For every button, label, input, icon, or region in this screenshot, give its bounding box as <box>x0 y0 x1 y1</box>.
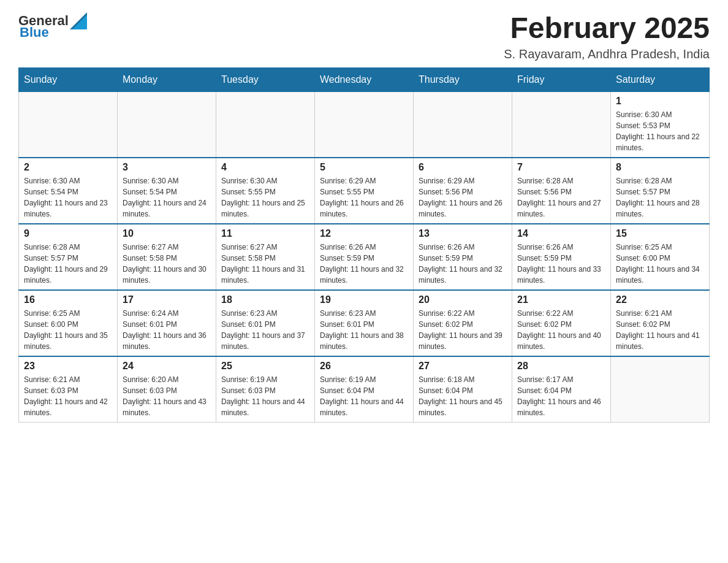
calendar-cell <box>512 91 611 158</box>
day-number: 1 <box>616 96 704 107</box>
day-info: Sunrise: 6:27 AM Sunset: 5:58 PM Dayligh… <box>221 242 309 286</box>
day-info: Sunrise: 6:25 AM Sunset: 6:00 PM Dayligh… <box>616 242 704 286</box>
day-number: 10 <box>123 228 211 239</box>
calendar-cell: 8Sunrise: 6:28 AM Sunset: 5:57 PM Daylig… <box>611 158 710 224</box>
day-number: 27 <box>419 361 507 372</box>
calendar-week-5: 23Sunrise: 6:21 AM Sunset: 6:03 PM Dayli… <box>19 356 710 423</box>
day-info: Sunrise: 6:29 AM Sunset: 5:56 PM Dayligh… <box>419 175 507 220</box>
day-info: Sunrise: 6:19 AM Sunset: 6:03 PM Dayligh… <box>221 374 309 418</box>
day-info: Sunrise: 6:24 AM Sunset: 6:01 PM Dayligh… <box>123 308 211 352</box>
day-info: Sunrise: 6:17 AM Sunset: 6:04 PM Dayligh… <box>517 374 605 418</box>
day-info: Sunrise: 6:22 AM Sunset: 6:02 PM Dayligh… <box>419 308 507 352</box>
day-info: Sunrise: 6:28 AM Sunset: 5:57 PM Dayligh… <box>616 175 704 220</box>
calendar-cell: 22Sunrise: 6:21 AM Sunset: 6:02 PM Dayli… <box>611 290 710 356</box>
calendar-cell: 19Sunrise: 6:23 AM Sunset: 6:01 PM Dayli… <box>315 290 414 356</box>
day-info: Sunrise: 6:30 AM Sunset: 5:53 PM Dayligh… <box>616 109 704 153</box>
day-number: 23 <box>24 361 112 372</box>
calendar-cell: 23Sunrise: 6:21 AM Sunset: 6:03 PM Dayli… <box>19 356 118 423</box>
day-number: 26 <box>320 361 408 372</box>
day-number: 12 <box>320 228 408 239</box>
calendar-cell: 6Sunrise: 6:29 AM Sunset: 5:56 PM Daylig… <box>414 158 512 224</box>
calendar-cell: 16Sunrise: 6:25 AM Sunset: 6:00 PM Dayli… <box>19 290 118 356</box>
calendar-cell <box>19 91 118 158</box>
calendar-cell: 1Sunrise: 6:30 AM Sunset: 5:53 PM Daylig… <box>611 91 710 158</box>
calendar-cell: 27Sunrise: 6:18 AM Sunset: 6:04 PM Dayli… <box>414 356 512 423</box>
day-header-saturday: Saturday <box>611 67 710 91</box>
day-number: 6 <box>419 162 507 173</box>
calendar-cell: 25Sunrise: 6:19 AM Sunset: 6:03 PM Dayli… <box>216 356 315 423</box>
day-number: 2 <box>24 162 112 173</box>
day-number: 15 <box>616 228 704 239</box>
logo-blue-text: Blue <box>20 25 49 40</box>
day-number: 25 <box>221 361 309 372</box>
calendar-cell: 14Sunrise: 6:26 AM Sunset: 5:59 PM Dayli… <box>512 224 611 290</box>
logo-icon <box>70 12 87 29</box>
day-number: 22 <box>616 294 704 305</box>
day-number: 11 <box>221 228 309 239</box>
day-number: 19 <box>320 294 408 305</box>
day-number: 21 <box>517 294 605 305</box>
calendar-cell: 4Sunrise: 6:30 AM Sunset: 5:55 PM Daylig… <box>216 158 315 224</box>
day-info: Sunrise: 6:26 AM Sunset: 5:59 PM Dayligh… <box>517 242 605 286</box>
logo: General Blue <box>18 12 87 40</box>
day-info: Sunrise: 6:29 AM Sunset: 5:55 PM Dayligh… <box>320 175 408 220</box>
calendar-cell: 24Sunrise: 6:20 AM Sunset: 6:03 PM Dayli… <box>118 356 216 423</box>
day-number: 3 <box>123 162 211 173</box>
day-info: Sunrise: 6:23 AM Sunset: 6:01 PM Dayligh… <box>320 308 408 352</box>
page-header: General Blue February 2025 S. Rayavaram,… <box>18 12 710 61</box>
day-number: 20 <box>419 294 507 305</box>
subtitle: S. Rayavaram, Andhra Pradesh, India <box>504 47 710 61</box>
day-info: Sunrise: 6:30 AM Sunset: 5:55 PM Dayligh… <box>221 175 309 220</box>
calendar-cell: 20Sunrise: 6:22 AM Sunset: 6:02 PM Dayli… <box>414 290 512 356</box>
calendar-cell: 9Sunrise: 6:28 AM Sunset: 5:57 PM Daylig… <box>19 224 118 290</box>
day-number: 9 <box>24 228 112 239</box>
calendar-cell <box>315 91 414 158</box>
day-info: Sunrise: 6:22 AM Sunset: 6:02 PM Dayligh… <box>517 308 605 352</box>
main-title: February 2025 <box>504 12 710 45</box>
calendar-table: SundayMondayTuesdayWednesdayThursdayFrid… <box>18 67 710 423</box>
calendar-cell <box>216 91 315 158</box>
day-number: 8 <box>616 162 704 173</box>
day-info: Sunrise: 6:28 AM Sunset: 5:57 PM Dayligh… <box>24 242 112 286</box>
calendar-week-4: 16Sunrise: 6:25 AM Sunset: 6:00 PM Dayli… <box>19 290 710 356</box>
calendar-cell: 26Sunrise: 6:19 AM Sunset: 6:04 PM Dayli… <box>315 356 414 423</box>
day-info: Sunrise: 6:26 AM Sunset: 5:59 PM Dayligh… <box>320 242 408 286</box>
title-block: February 2025 S. Rayavaram, Andhra Prade… <box>504 12 710 61</box>
calendar-cell: 3Sunrise: 6:30 AM Sunset: 5:54 PM Daylig… <box>118 158 216 224</box>
calendar-cell: 21Sunrise: 6:22 AM Sunset: 6:02 PM Dayli… <box>512 290 611 356</box>
day-header-thursday: Thursday <box>414 67 512 91</box>
day-info: Sunrise: 6:18 AM Sunset: 6:04 PM Dayligh… <box>419 374 507 418</box>
day-number: 16 <box>24 294 112 305</box>
day-header-monday: Monday <box>118 67 216 91</box>
day-info: Sunrise: 6:21 AM Sunset: 6:02 PM Dayligh… <box>616 308 704 352</box>
calendar-week-3: 9Sunrise: 6:28 AM Sunset: 5:57 PM Daylig… <box>19 224 710 290</box>
day-header-friday: Friday <box>512 67 611 91</box>
calendar-week-2: 2Sunrise: 6:30 AM Sunset: 5:54 PM Daylig… <box>19 158 710 224</box>
calendar-cell: 10Sunrise: 6:27 AM Sunset: 5:58 PM Dayli… <box>118 224 216 290</box>
calendar-cell <box>611 356 710 423</box>
day-info: Sunrise: 6:20 AM Sunset: 6:03 PM Dayligh… <box>123 374 211 418</box>
day-info: Sunrise: 6:23 AM Sunset: 6:01 PM Dayligh… <box>221 308 309 352</box>
day-number: 5 <box>320 162 408 173</box>
calendar-cell: 17Sunrise: 6:24 AM Sunset: 6:01 PM Dayli… <box>118 290 216 356</box>
day-number: 14 <box>517 228 605 239</box>
day-info: Sunrise: 6:27 AM Sunset: 5:58 PM Dayligh… <box>123 242 211 286</box>
calendar-cell <box>414 91 512 158</box>
day-number: 18 <box>221 294 309 305</box>
day-number: 13 <box>419 228 507 239</box>
day-info: Sunrise: 6:26 AM Sunset: 5:59 PM Dayligh… <box>419 242 507 286</box>
calendar-cell <box>118 91 216 158</box>
calendar-cell: 28Sunrise: 6:17 AM Sunset: 6:04 PM Dayli… <box>512 356 611 423</box>
calendar-week-1: 1Sunrise: 6:30 AM Sunset: 5:53 PM Daylig… <box>19 91 710 158</box>
day-number: 4 <box>221 162 309 173</box>
calendar-cell: 7Sunrise: 6:28 AM Sunset: 5:56 PM Daylig… <box>512 158 611 224</box>
calendar-cell: 11Sunrise: 6:27 AM Sunset: 5:58 PM Dayli… <box>216 224 315 290</box>
calendar-header-row: SundayMondayTuesdayWednesdayThursdayFrid… <box>19 67 710 91</box>
calendar-cell: 18Sunrise: 6:23 AM Sunset: 6:01 PM Dayli… <box>216 290 315 356</box>
day-info: Sunrise: 6:30 AM Sunset: 5:54 PM Dayligh… <box>24 175 112 220</box>
day-info: Sunrise: 6:21 AM Sunset: 6:03 PM Dayligh… <box>24 374 112 418</box>
day-info: Sunrise: 6:19 AM Sunset: 6:04 PM Dayligh… <box>320 374 408 418</box>
day-number: 28 <box>517 361 605 372</box>
calendar-cell: 15Sunrise: 6:25 AM Sunset: 6:00 PM Dayli… <box>611 224 710 290</box>
day-number: 17 <box>123 294 211 305</box>
